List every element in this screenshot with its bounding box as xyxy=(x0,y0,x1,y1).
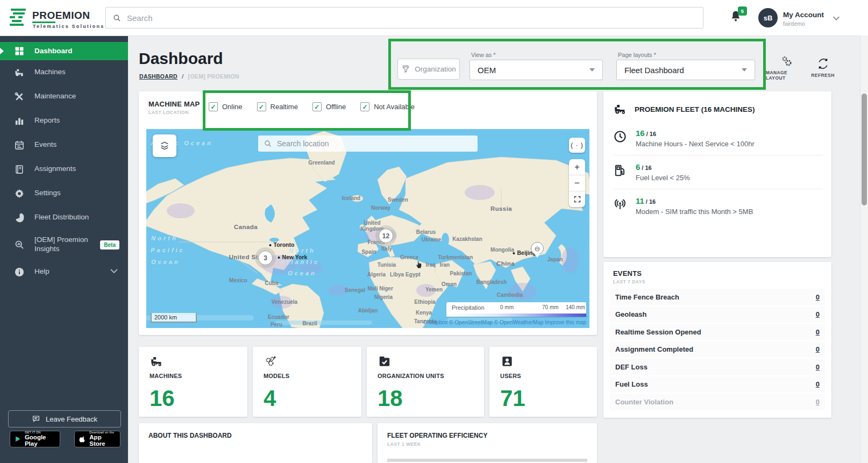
sidebar-item-reports[interactable]: Reports xyxy=(0,109,128,133)
breadcrumb: DASHBOARD / [OEM] PROEMION xyxy=(139,73,239,80)
refresh-button[interactable]: REFRESH xyxy=(808,54,837,82)
sidebar-item-oem-proemion-insights[interactable]: [OEM] Proemion InsightsBeta xyxy=(0,230,128,260)
event-count-link[interactable]: 0 xyxy=(816,328,820,336)
map-label-algeria: Algeria xyxy=(367,272,386,277)
event-count-link[interactable]: 0 xyxy=(816,363,820,371)
brand-wordmark: PROEMION xyxy=(32,10,90,22)
page-layouts-label: Page layouts * xyxy=(618,52,656,58)
sidebar-item-label: [OEM] Proemion Insights xyxy=(34,236,90,254)
insights-icon xyxy=(14,239,25,250)
events-subtitle: LAST 7 DAYS xyxy=(613,279,645,284)
page-layouts-value: Fleet Dashboard xyxy=(624,66,684,75)
map-label-ocean: Ocean xyxy=(151,259,180,265)
leave-feedback-button[interactable]: Leave Feedback xyxy=(8,410,121,428)
checkbox-not-available[interactable]: ✓ xyxy=(360,102,369,111)
map-label-ethiopia: Ethiopia xyxy=(414,299,435,305)
legend-tick: 0 mm xyxy=(500,304,514,310)
fleet-stat-row[interactable]: 16/ 16Machine Hours - Next Service < 100… xyxy=(613,122,823,155)
app-store-badge[interactable]: Download on theApp Store xyxy=(74,431,120,447)
map-pin-beijing[interactable]: ⊖ xyxy=(531,242,544,255)
map-label-iceland: Iceland xyxy=(342,195,360,201)
sidebar-item-events[interactable]: Events xyxy=(0,133,128,157)
tractor-icon xyxy=(14,67,25,78)
machine-map-title: MACHINE MAP xyxy=(148,100,200,108)
sidebar-item-machines[interactable]: Machines xyxy=(0,60,128,84)
sidebar-item-settings[interactable]: Settings xyxy=(0,181,128,205)
machine-map-card: MACHINE MAP LAST LOCATION ✓Online✓Realti… xyxy=(139,91,597,335)
map-label-spain: Spain xyxy=(361,249,376,255)
map-label-mali: Mali xyxy=(367,286,378,291)
account-menu-button[interactable] xyxy=(831,13,841,25)
global-search-input[interactable]: Search xyxy=(105,7,703,29)
filter-label-offline: Offline xyxy=(326,103,346,111)
organization-filter-button[interactable]: Organization xyxy=(397,59,460,80)
legend-tick: 70 mm xyxy=(542,304,559,310)
apple-icon xyxy=(79,435,86,443)
fleet-stat-total: / 16 xyxy=(642,165,651,171)
stat-card-label: MODELS xyxy=(264,373,289,379)
map-label-yemen: Yemen xyxy=(425,287,443,293)
google-play-badge[interactable]: GET IT ONGoogle Play xyxy=(10,431,60,447)
sidebar-item-dashboard[interactable]: Dashboard xyxy=(0,42,128,60)
sidebar-item-fleet-distribution[interactable]: Fleet Distribution xyxy=(0,205,128,230)
zoom-in-button[interactable]: + xyxy=(569,159,585,175)
checkbox-realtime[interactable]: ✓ xyxy=(257,102,266,111)
fleet-panel: PROEMION FLEET (16 MACHINES) 16/ 16Machi… xyxy=(603,91,831,257)
map-locate-button[interactable]: ( · ) xyxy=(569,138,585,153)
page-layouts-select[interactable]: Fleet Dashboard xyxy=(616,60,755,80)
event-count-link[interactable]: 0 xyxy=(816,345,820,353)
sidebar-item-help[interactable]: Help xyxy=(0,260,128,284)
scrollbar-thumb[interactable] xyxy=(862,94,867,205)
chat-icon xyxy=(32,415,40,423)
filter-realtime[interactable]: ✓Realtime xyxy=(257,102,298,111)
stat-card-models[interactable]: MODELS4 xyxy=(253,347,361,417)
fleet-stat-value-line: 11/ 16 xyxy=(636,196,753,206)
events-panel: EVENTS LAST 7 DAYS Time Fence Breach0Geo… xyxy=(603,262,831,418)
breadcrumb-current[interactable]: DASHBOARD xyxy=(139,73,177,80)
sidebar-item-assignments[interactable]: Assignments xyxy=(0,157,128,181)
map-cluster-12[interactable]: 12 xyxy=(379,229,393,243)
sidebar-item-label: Help xyxy=(34,267,49,276)
fleet-stat-value-line: 6/ 16 xyxy=(636,162,690,172)
world-map[interactable]: Arctic OceanNorthPacificOceanNorthAtlant… xyxy=(146,129,589,328)
sidebar-item-label: Reports xyxy=(34,116,60,125)
zoom-out-button[interactable]: − xyxy=(569,175,585,191)
map-label-ecuador: Ecuador xyxy=(268,314,289,320)
fleet-efficiency-title: FLEET OPERATING EFFICIENCY xyxy=(387,432,487,439)
stat-card-organization-units[interactable]: ORGANIZATION UNITS18 xyxy=(367,347,484,417)
filter-not-available[interactable]: ✓Not Available xyxy=(360,102,415,111)
map-cluster-3[interactable]: 3 xyxy=(258,251,273,265)
fleet-stat-row[interactable]: 11/ 16Modem - SIM traffic this Month > 5… xyxy=(613,189,823,223)
fleet-stat-desc: Modem - SIM traffic this Month > 5MB xyxy=(636,208,753,216)
fleet-stat-row[interactable]: 6/ 16Fuel Level < 25% xyxy=(613,155,823,189)
event-count-link[interactable]: 0 xyxy=(816,398,820,406)
view-as-value: OEM xyxy=(478,66,496,75)
map-label-libya: Libya xyxy=(390,272,404,277)
stat-card-users[interactable]: USERS71 xyxy=(489,347,597,417)
checkbox-online[interactable]: ✓ xyxy=(209,102,218,111)
map-status-filters: ✓Online✓Realtime✓Offline✓Not Available xyxy=(209,102,415,111)
checkbox-offline[interactable]: ✓ xyxy=(312,102,322,111)
event-row-assignment-completed: Assignment Completed0 xyxy=(610,341,825,359)
avatar[interactable]: sB xyxy=(758,8,778,27)
map-search-input[interactable]: Search location xyxy=(258,136,478,152)
account-name: My Account xyxy=(783,11,824,19)
filter-online[interactable]: ✓Online xyxy=(209,102,243,111)
event-count-link[interactable]: 0 xyxy=(816,310,820,318)
calendar-icon xyxy=(14,140,25,151)
map-label-italy: Italy xyxy=(381,246,392,252)
view-as-select[interactable]: OEM xyxy=(469,60,603,80)
event-count-link[interactable]: 0 xyxy=(816,380,820,388)
fleet-efficiency-card: FLEET OPERATING EFFICIENCY LAST 1 WEEK xyxy=(378,423,597,463)
scrollbar-track[interactable] xyxy=(860,35,868,463)
map-layers-button[interactable] xyxy=(153,134,176,157)
manage-layout-button[interactable]: MANAGE LAYOUT xyxy=(766,54,807,82)
event-count-link[interactable]: 0 xyxy=(816,293,820,301)
leave-feedback-label: Leave Feedback xyxy=(46,415,97,423)
event-label: DEF Loss xyxy=(615,363,648,371)
stat-card-machines[interactable]: MACHINES16 xyxy=(139,347,247,417)
filter-offline[interactable]: ✓Offline xyxy=(312,102,346,111)
map-attribution[interactable]: © Mapbox © OpenStreetMap © OpenWeatherMa… xyxy=(423,319,586,325)
sidebar-item-maintenance[interactable]: Maintenance xyxy=(0,84,128,109)
fullscreen-button[interactable] xyxy=(569,191,585,207)
